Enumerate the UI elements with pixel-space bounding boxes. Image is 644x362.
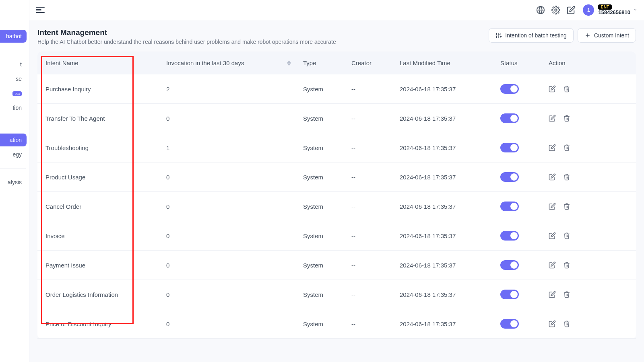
cell-creator: --	[347, 251, 396, 280]
cell-intent-name: Price or Discount Inquiry	[41, 309, 162, 338]
sidebar-item-1[interactable]: t	[0, 58, 27, 71]
custom-intent-label: Custom Intent	[594, 32, 629, 39]
batch-testing-label: Intention of batch testing	[505, 32, 567, 39]
account-menu[interactable]: ENT 15842656810	[598, 4, 630, 15]
sidebar-item-label: alysis	[8, 179, 22, 185]
sidebar-item-5[interactable]: ation	[0, 134, 27, 146]
sidebar-item-chatbot[interactable]: hatbot	[0, 30, 27, 43]
cell-status	[496, 309, 545, 338]
chevron-down-icon[interactable]	[633, 6, 638, 13]
page-subtitle: Help the AI Chatbot better understand th…	[37, 39, 336, 45]
delete-icon[interactable]	[563, 291, 570, 298]
table-row[interactable]: Transfer To The Agent0System--2024-06-18…	[37, 104, 636, 133]
cell-creator: --	[347, 221, 396, 250]
cell-modified: 2024-06-18 17:35:37	[396, 309, 496, 338]
sidebar-item-7[interactable]: alysis	[0, 176, 27, 189]
edit-icon[interactable]	[549, 144, 556, 151]
status-toggle[interactable]	[500, 113, 519, 123]
status-toggle[interactable]	[500, 319, 519, 329]
cell-type: System	[299, 162, 347, 191]
edit-icon[interactable]	[549, 291, 556, 298]
status-toggle[interactable]	[500, 143, 519, 152]
sidebar-item-4[interactable]: tion	[0, 101, 27, 114]
cell-status	[496, 74, 545, 103]
edit-icon[interactable]	[549, 232, 556, 239]
delete-icon[interactable]	[563, 115, 570, 122]
table-row[interactable]: Order Logistics Information0System--2024…	[37, 280, 636, 309]
cell-type: System	[299, 104, 347, 133]
cell-creator: --	[347, 280, 396, 309]
status-toggle[interactable]	[500, 84, 519, 94]
col-intent-name[interactable]: Intent Name	[41, 51, 162, 74]
edit-icon[interactable]	[549, 115, 556, 122]
sidebar-item-2[interactable]: se	[0, 72, 27, 85]
page-title: Intent Management	[37, 28, 336, 37]
col-invocation[interactable]: Invocation in the last 30 days	[162, 51, 299, 74]
sidebar-item-6[interactable]: egy	[0, 148, 27, 161]
cell-creator: --	[347, 309, 396, 338]
table-row[interactable]: Price or Discount Inquiry0System--2024-0…	[37, 309, 636, 339]
cell-status	[496, 162, 545, 191]
delete-icon[interactable]	[563, 320, 570, 327]
col-modified[interactable]: Last Modified Time	[396, 51, 496, 74]
table-body: Purchase Inquiry2System--2024-06-18 17:3…	[37, 74, 636, 339]
status-toggle[interactable]	[500, 202, 519, 211]
cell-invocation: 0	[162, 251, 299, 280]
sidebar-divider	[0, 168, 26, 169]
gear-icon[interactable]	[551, 6, 560, 14]
table-row[interactable]: Payment Issue0System--2024-06-18 17:35:3…	[37, 251, 636, 280]
edit-icon[interactable]	[549, 173, 556, 181]
cell-modified: 2024-06-18 17:35:37	[396, 192, 496, 221]
table-row[interactable]: Troubleshooting1System--2024-06-18 17:35…	[37, 133, 636, 162]
cell-status	[496, 192, 545, 221]
cell-creator: --	[347, 192, 396, 221]
cell-modified: 2024-06-18 17:35:37	[396, 280, 496, 309]
table-row[interactable]: Purchase Inquiry2System--2024-06-18 17:3…	[37, 74, 636, 104]
cell-type: System	[299, 192, 347, 221]
cell-creator: --	[347, 133, 396, 162]
delete-icon[interactable]	[563, 144, 570, 151]
batch-testing-button[interactable]: Intention of batch testing	[489, 28, 574, 43]
avatar[interactable]: 1	[583, 4, 594, 16]
beta-badge: eta	[12, 91, 22, 96]
sliders-icon	[495, 32, 502, 39]
page-header: Intent Management Help the AI Chatbot be…	[37, 28, 636, 45]
col-status[interactable]: Status	[496, 51, 545, 74]
sidebar-item-label: hatbot	[6, 33, 22, 39]
svg-point-1	[555, 9, 557, 11]
cell-status	[496, 221, 545, 250]
delete-icon[interactable]	[563, 173, 570, 181]
account-number: 15842656810	[598, 10, 630, 15]
status-toggle[interactable]	[500, 290, 519, 299]
edit-note-icon[interactable]	[567, 6, 576, 14]
sort-icon[interactable]	[287, 60, 291, 66]
status-toggle[interactable]	[500, 172, 519, 182]
col-creator[interactable]: Creator	[347, 51, 396, 74]
table-row[interactable]: Invoice0System--2024-06-18 17:35:37	[37, 221, 636, 251]
table-row[interactable]: Cancel Order0System--2024-06-18 17:35:37	[37, 192, 636, 221]
cell-modified: 2024-06-18 17:35:37	[396, 221, 496, 250]
menu-toggle-icon[interactable]	[36, 6, 45, 14]
status-toggle[interactable]	[500, 231, 519, 241]
cell-action	[545, 280, 597, 309]
cell-status	[496, 280, 545, 309]
delete-icon[interactable]	[563, 85, 570, 93]
globe-icon[interactable]	[536, 6, 545, 14]
delete-icon[interactable]	[563, 232, 570, 239]
edit-icon[interactable]	[549, 203, 556, 210]
col-label: Invocation in the last 30 days	[166, 60, 244, 66]
col-label: Intent Name	[45, 60, 78, 66]
col-action[interactable]: Action	[545, 51, 597, 74]
status-toggle[interactable]	[500, 260, 519, 270]
col-type[interactable]: Type	[299, 51, 347, 74]
main-content: Intent Management Help the AI Chatbot be…	[29, 20, 644, 362]
edit-icon[interactable]	[549, 320, 556, 327]
delete-icon[interactable]	[563, 203, 570, 210]
delete-icon[interactable]	[563, 261, 570, 269]
custom-intent-button[interactable]: Custom Intent	[578, 28, 636, 43]
edit-icon[interactable]	[549, 261, 556, 269]
edit-icon[interactable]	[549, 85, 556, 93]
cell-invocation: 0	[162, 192, 299, 221]
table-row[interactable]: Product Usage0System--2024-06-18 17:35:3…	[37, 162, 636, 192]
sidebar-item-3[interactable]: eta	[0, 87, 27, 100]
